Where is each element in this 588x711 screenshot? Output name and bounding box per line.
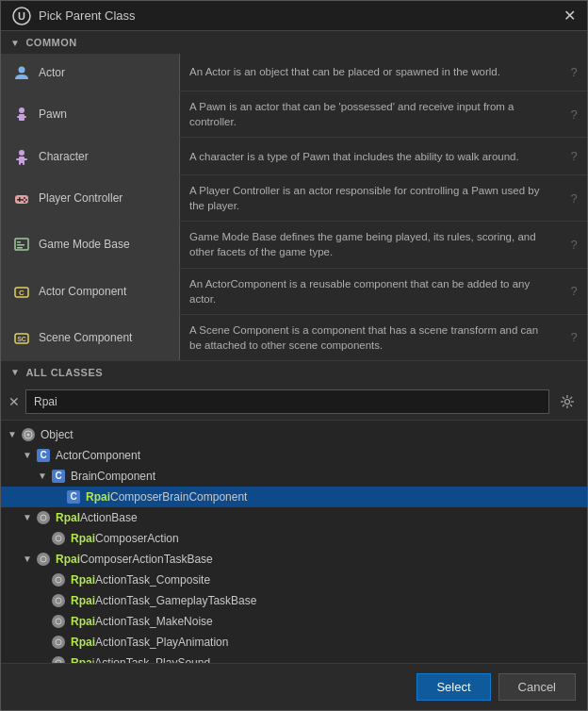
character-button[interactable]: Character bbox=[1, 138, 180, 174]
svg-point-28 bbox=[565, 399, 570, 404]
tree-icon-rpaiactiontask-makenoise bbox=[50, 613, 67, 630]
search-input[interactable] bbox=[25, 389, 549, 414]
game-mode-base-label: Game Mode Base bbox=[39, 238, 130, 251]
bottom-bar: Select Cancel bbox=[1, 663, 587, 710]
svg-line-35 bbox=[570, 397, 572, 399]
common-section-arrow: ▼ bbox=[10, 38, 20, 48]
svg-line-36 bbox=[563, 405, 564, 406]
actor-button[interactable]: Actor bbox=[1, 54, 180, 91]
svg-rect-11 bbox=[19, 162, 21, 165]
svg-point-17 bbox=[25, 199, 27, 201]
player-controller-help-icon: ? bbox=[561, 175, 587, 221]
common-row-actor: Actor An Actor is an object that can be … bbox=[1, 54, 587, 91]
scene-component-button[interactable]: SC Scene Component bbox=[1, 315, 180, 360]
tree-icon-rpaicomposeractiontaskbase bbox=[35, 551, 52, 568]
svg-rect-15 bbox=[17, 199, 22, 201]
actor-icon bbox=[12, 63, 31, 82]
common-row-actor-component: C Actor Component An ActorComponent is a… bbox=[1, 269, 587, 315]
tree-icon-object bbox=[20, 426, 37, 443]
svg-text:C: C bbox=[19, 289, 24, 297]
pawn-button[interactable]: Pawn bbox=[1, 91, 180, 137]
tree-item-rpalactionbase[interactable]: ▼ RpalActionBase bbox=[1, 507, 587, 528]
actor-component-label: Actor Component bbox=[39, 285, 126, 298]
tree-item-actorcomponent[interactable]: ▼ C ActorComponent bbox=[1, 445, 587, 466]
tree-icon-rpaiactiontask-gameplaytaskbase bbox=[50, 592, 67, 609]
svg-rect-10 bbox=[24, 158, 27, 160]
tree-item-rpaicomposerbraincomponent[interactable]: C RpaiComposerBrainComponent bbox=[1, 487, 587, 507]
svg-rect-6 bbox=[24, 116, 26, 118]
svg-point-2 bbox=[19, 66, 25, 73]
tree-icon-rpalactionbase bbox=[35, 509, 52, 526]
tree-item-rpaiactiontask-playsound[interactable]: RpaiActionTask_PlaySound bbox=[1, 653, 587, 663]
tree-label-rpaiactiontask-gameplaytaskbase: RpaiActionTask_GameplayTaskBase bbox=[71, 594, 256, 607]
character-label: Character bbox=[39, 150, 89, 163]
svg-rect-22 bbox=[17, 244, 24, 246]
actor-component-icon: C bbox=[12, 282, 31, 301]
tree-icon-rpaicomposerbraincomponent: C bbox=[65, 488, 82, 505]
svg-point-3 bbox=[19, 107, 24, 113]
tree-label-rpaiactiontask-composite: RpaiActionTask_Composite bbox=[71, 573, 210, 587]
actor-component-button[interactable]: C Actor Component bbox=[1, 269, 180, 314]
svg-point-38 bbox=[27, 433, 30, 436]
svg-rect-23 bbox=[17, 247, 23, 249]
all-classes-label: ALL CLASSES bbox=[25, 367, 103, 378]
ue-logo-icon: U bbox=[12, 7, 31, 25]
game-mode-base-button[interactable]: Game Mode Base bbox=[1, 222, 180, 267]
search-settings-button[interactable] bbox=[555, 389, 580, 414]
scene-component-help-icon: ? bbox=[561, 315, 587, 360]
actor-description: An Actor is an object that can be placed… bbox=[180, 54, 561, 91]
common-row-pawn: Pawn A Pawn is an actor that can be 'pos… bbox=[1, 91, 587, 138]
character-help-icon: ? bbox=[561, 138, 587, 174]
tree-icon-rpaiactiontask-playanimation bbox=[50, 634, 67, 651]
svg-point-42 bbox=[56, 577, 61, 583]
tree-label-rpaiactiontask-makenoise: RpaiActionTask_MakeNoise bbox=[71, 615, 213, 628]
tree-item-rpaiactiontask-makenoise[interactable]: RpaiActionTask_MakeNoise bbox=[1, 611, 587, 632]
common-row-character: Character A character is a type of Pawn … bbox=[1, 138, 587, 175]
tree-label-rpaiactiontask-playsound: RpaiActionTask_PlaySound bbox=[71, 656, 210, 663]
actor-component-help-icon: ? bbox=[561, 269, 587, 314]
common-row-scene-component: SC Scene Component A Scene Component is … bbox=[1, 315, 587, 361]
common-items-list: Actor An Actor is an object that can be … bbox=[1, 54, 587, 361]
tree-item-braincomponent[interactable]: ▼ C BrainComponent bbox=[1, 466, 587, 487]
class-tree: ▼ Object ▼ C ActorComponent bbox=[1, 421, 587, 663]
select-button[interactable]: Select bbox=[416, 673, 490, 701]
tree-label-rpaiactiontask-playanimation: RpaiActionTask_PlayAnimation bbox=[71, 636, 228, 649]
search-clear-button[interactable]: ✕ bbox=[8, 394, 20, 409]
svg-text:U: U bbox=[18, 10, 25, 22]
tree-label-rpalactionbase: RpalActionBase bbox=[56, 511, 138, 524]
titlebar: U Pick Parent Class ✕ bbox=[1, 1, 587, 31]
cancel-button[interactable]: Cancel bbox=[498, 673, 576, 701]
close-button[interactable]: ✕ bbox=[564, 7, 576, 25]
tree-arrow-actorcomponent: ▼ bbox=[20, 450, 35, 460]
titlebar-left: U Pick Parent Class bbox=[12, 7, 136, 25]
svg-point-7 bbox=[19, 150, 24, 156]
tree-item-rpaicomposeraction[interactable]: RpaiComposerAction bbox=[1, 528, 587, 549]
svg-point-19 bbox=[24, 201, 25, 203]
tree-icon-actorcomponent: C bbox=[35, 447, 52, 464]
tree-icon-rpaicomposeraction bbox=[50, 530, 67, 547]
player-controller-button[interactable]: Player Controller bbox=[1, 175, 180, 221]
game-mode-base-help-icon: ? bbox=[561, 222, 587, 267]
svg-point-39 bbox=[41, 515, 46, 521]
svg-point-40 bbox=[56, 536, 61, 541]
player-controller-icon bbox=[12, 189, 31, 207]
pawn-description: A Pawn is an actor that can be 'possesse… bbox=[180, 91, 561, 137]
pick-parent-class-dialog: U Pick Parent Class ✕ ▼ COMMON bbox=[0, 0, 588, 711]
scene-component-icon: SC bbox=[12, 328, 31, 347]
scene-component-description: A Scene Component is a component that ha… bbox=[180, 315, 561, 360]
svg-point-44 bbox=[56, 619, 61, 624]
tree-item-rpaiactiontask-playanimation[interactable]: RpaiActionTask_PlayAnimation bbox=[1, 632, 587, 653]
pawn-label: Pawn bbox=[39, 107, 67, 121]
svg-rect-4 bbox=[19, 114, 24, 121]
tree-item-rpaicomposeractiontaskbase[interactable]: ▼ RpaiComposerActionTaskBase bbox=[1, 549, 587, 570]
tree-arrow-rpalactionbase: ▼ bbox=[20, 512, 35, 522]
svg-text:SC: SC bbox=[17, 336, 26, 342]
tree-item-rpaiactiontask-composite[interactable]: RpaiActionTask_Composite bbox=[1, 570, 587, 590]
tree-item-object[interactable]: ▼ Object bbox=[1, 424, 587, 445]
game-mode-base-description: Game Mode Base defines the game being pl… bbox=[180, 222, 561, 267]
search-bar: ✕ bbox=[1, 384, 587, 421]
pawn-help-icon: ? bbox=[561, 91, 587, 137]
tree-item-rpaiactiontask-gameplaytaskbase[interactable]: RpaiActionTask_GameplayTaskBase bbox=[1, 590, 587, 611]
actor-help-icon: ? bbox=[561, 54, 587, 91]
character-icon bbox=[12, 147, 31, 166]
